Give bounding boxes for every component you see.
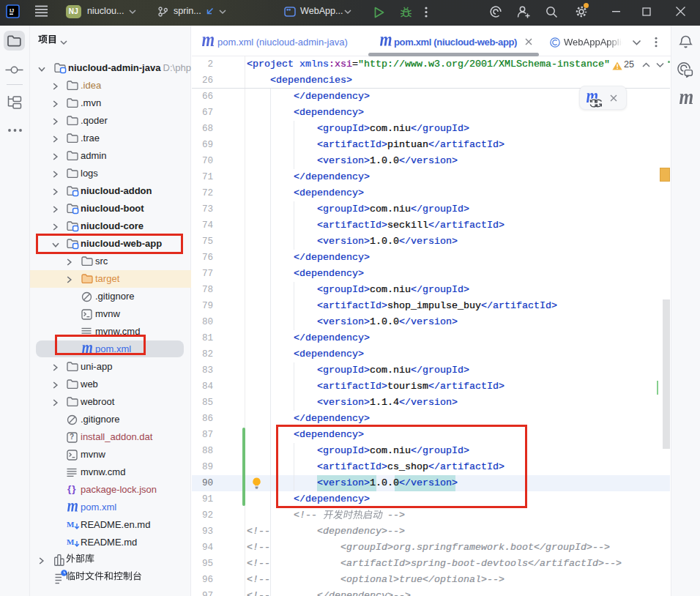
svg-text:IJ: IJ (10, 7, 14, 14)
